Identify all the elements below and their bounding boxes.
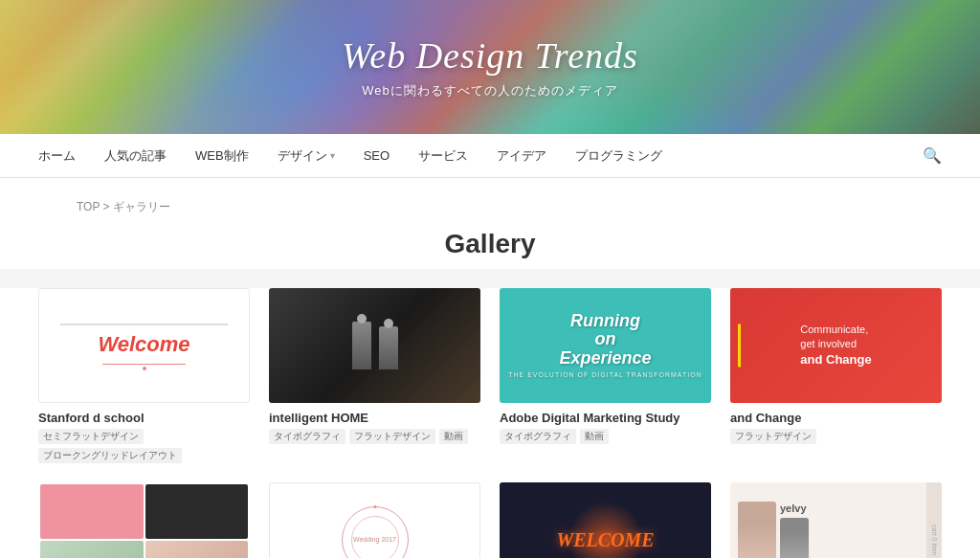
gallery-thumb-4: Communicate, get involved and Change (730, 288, 942, 403)
thumb-6-circle: Wedding 2017 (342, 506, 409, 558)
breadcrumb-current: ギャラリー (113, 200, 170, 213)
gallery-item-title-1: Stanford d school (38, 411, 250, 425)
gallery-item-1[interactable]: Welcome Stanford d school セミフラットデザイン ブロー… (38, 288, 250, 463)
gallery-thumb-3: RunningonExperience THE EVOLUTION OF DIG… (500, 288, 711, 403)
photo-cell-2 (145, 484, 249, 539)
hero-banner: Web Design Trends Webに関わるすべての人のためのメディア (0, 0, 980, 134)
gallery-thumb-6: Wedding 2017 (269, 482, 480, 558)
tag: 動画 (580, 429, 609, 444)
tag: タイポグラフィ (269, 429, 345, 444)
nav-items: ホーム 人気の記事 WEB制作 デザイン ▾ SEO サービス アイデア プログ… (38, 147, 923, 165)
thumb-8-person2 (780, 518, 809, 559)
nav-item-design[interactable]: デザイン ▾ (278, 147, 335, 165)
gallery-tags-4: フラットデザイン (730, 429, 942, 444)
gallery-thumb-8: yelvy lookbook fw17 cart 0 item (730, 482, 942, 558)
thumb-2-figures (352, 322, 398, 369)
thumb-1-dot (143, 367, 146, 370)
gallery-thumb-5 (38, 482, 250, 558)
thumb-1-welcome-text: Welcome (98, 332, 189, 357)
thumb-4-text: Communicate, get involved and Change (789, 315, 882, 377)
thumb-3-text: RunningonExperience THE EVOLUTION OF DIG… (508, 312, 702, 380)
thumb-6-inner-text: Wedding 2017 (351, 516, 399, 558)
hero-subtitle: Webに関わるすべての人のためのメディア (362, 82, 618, 100)
photo-cell-4 (145, 541, 249, 558)
thumb-8-right: yelvy lookbook fw17 (780, 502, 934, 559)
gallery-item-8[interactable]: yelvy lookbook fw17 cart 0 item (730, 482, 942, 558)
gallery-tags-3: タイポグラフィ 動画 (500, 429, 711, 444)
thumb-8-person (738, 502, 776, 558)
thumb-1-line (102, 364, 187, 365)
gallery-tags-1: セミフラットデザイン ブロークングリッドレイアウト (38, 429, 250, 463)
hero-title: Web Design Trends (342, 34, 638, 77)
breadcrumb: TOP > ギャラリー (38, 186, 942, 219)
breadcrumb-separator: > (100, 200, 113, 213)
communicate-line3: and Change (800, 351, 871, 368)
figure-2 (379, 326, 398, 369)
tag: フラットデザイン (349, 429, 435, 444)
gallery-item-title-2: intelligent HOME (269, 411, 480, 425)
nav-item-home[interactable]: ホーム (38, 147, 76, 165)
thumb-7-welcome-text: WELCOME (556, 529, 654, 551)
chevron-down-icon: ▾ (330, 150, 335, 161)
thumb-4-bar (738, 324, 741, 368)
tag: セミフラットデザイン (38, 429, 144, 444)
nav-item-idea[interactable]: アイデア (497, 147, 546, 165)
gallery-item-7[interactable]: WELCOME (500, 482, 711, 558)
photo-cell-3 (40, 541, 144, 558)
tag: 動画 (439, 429, 468, 444)
gallery-thumb-7: WELCOME (500, 482, 711, 558)
communicate-line1: Communicate, (800, 323, 871, 337)
gallery-thumb-2 (269, 288, 480, 403)
gallery-item-6[interactable]: Wedding 2017 (269, 482, 480, 558)
tag: ブロークングリッドレイアウト (38, 448, 182, 463)
thumb-6-dot (373, 505, 376, 508)
breadcrumb-area: TOP > ギャラリー Gallery (0, 178, 980, 269)
thumb-8-brand: yelvy (780, 502, 934, 514)
nav-item-seo[interactable]: SEO (364, 148, 390, 163)
photo-cell-1 (40, 484, 144, 539)
gallery-section: Welcome Stanford d school セミフラットデザイン ブロー… (0, 288, 980, 558)
gallery-thumb-1: Welcome (38, 288, 250, 403)
thumb-3-sub: THE EVOLUTION OF DIGITAL TRANSFORMATION (508, 371, 702, 379)
thumb-8-sidebar-text: cart 0 item (931, 525, 938, 556)
gallery-item-3[interactable]: RunningonExperience THE EVOLUTION OF DIG… (500, 288, 711, 463)
communicate-line2: get involved (800, 337, 871, 351)
nav-item-programming[interactable]: プログラミング (575, 147, 662, 165)
thumb-3-running: RunningonExperience (508, 312, 702, 368)
gallery-item-title-4: and Change (730, 411, 942, 425)
gallery-item-5[interactable] (38, 482, 250, 558)
tag: フラットデザイン (730, 429, 816, 444)
gallery-tags-2: タイポグラフィ フラットデザイン 動画 (269, 429, 480, 444)
gallery-grid: Welcome Stanford d school セミフラットデザイン ブロー… (38, 288, 942, 558)
breadcrumb-top[interactable]: TOP (77, 200, 100, 213)
gallery-item-title-3: Adobe Digital Marketing Study (500, 411, 711, 425)
nav-item-popular[interactable]: 人気の記事 (104, 147, 167, 165)
gallery-item-4[interactable]: Communicate, get involved and Change and… (730, 288, 942, 463)
tag: タイポグラフィ (500, 429, 576, 444)
nav-item-web[interactable]: WEB制作 (195, 147, 249, 165)
thumb-2-image (269, 288, 480, 403)
nav-item-service[interactable]: サービス (418, 147, 468, 165)
thumb-8-sidebar: cart 0 item (926, 482, 942, 558)
gallery-item-2[interactable]: intelligent HOME タイポグラフィ フラットデザイン 動画 (269, 288, 480, 463)
main-nav: ホーム 人気の記事 WEB制作 デザイン ▾ SEO サービス アイデア プログ… (0, 134, 980, 178)
thumb-1-topbar (60, 324, 228, 325)
page-title: Gallery (38, 229, 942, 269)
figure-1 (352, 322, 371, 369)
search-icon[interactable]: 🔍 (923, 146, 942, 165)
